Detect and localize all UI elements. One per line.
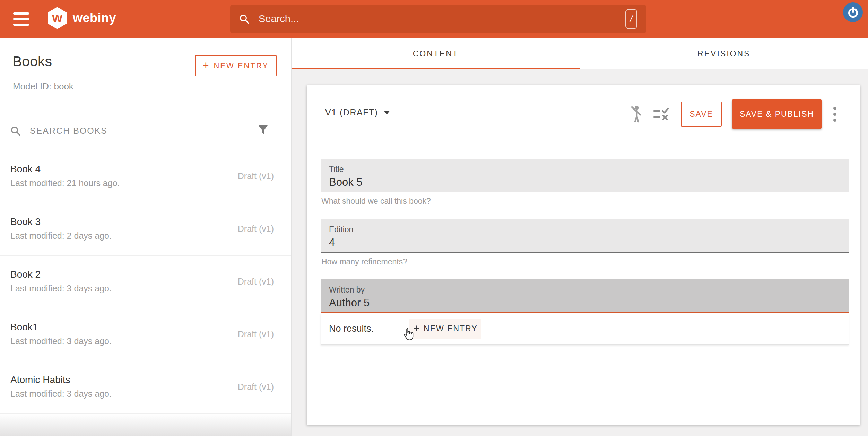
editor-tabbar: CONTENT REVISIONS bbox=[292, 38, 868, 69]
entry-status-badge: Draft (v1) bbox=[238, 277, 274, 287]
entry-status-badge: Draft (v1) bbox=[238, 382, 274, 392]
more-options-button[interactable] bbox=[832, 105, 838, 123]
dropdown-new-entry-label: NEW ENTRY bbox=[424, 324, 478, 333]
entries-search-row bbox=[0, 112, 291, 150]
content-area: V1 (DRAFT) bbox=[292, 69, 868, 436]
checklist-icon bbox=[653, 107, 669, 121]
entry-editor-card: V1 (DRAFT) bbox=[307, 85, 860, 425]
list-item-book-2[interactable]: Book 2 Last modified: 3 days ago. Draft … bbox=[0, 256, 291, 308]
tab-revisions-label: REVISIONS bbox=[697, 49, 750, 59]
filter-icon bbox=[258, 125, 268, 136]
reference-dropdown-panel: No results. + NEW ENTRY bbox=[321, 313, 849, 345]
global-search-input[interactable] bbox=[259, 13, 625, 25]
model-id-label: Model ID: book bbox=[13, 81, 73, 92]
global-search-bar[interactable]: / bbox=[230, 5, 646, 33]
accessibility-icon bbox=[629, 105, 643, 123]
title-field-helper: What should we call this book? bbox=[321, 197, 431, 206]
list-item-atomic-habits[interactable]: Atomic Habits Last modified: 3 days ago.… bbox=[0, 361, 291, 414]
title-field-label: Title bbox=[329, 165, 344, 174]
entry-modified: Last modified: 3 days ago. bbox=[10, 284, 112, 294]
entry-title: Atomic Habits bbox=[10, 374, 70, 385]
plus-icon: + bbox=[413, 322, 419, 334]
title-field-input[interactable] bbox=[329, 176, 814, 189]
brand-name: webiny bbox=[73, 11, 116, 25]
list-item-book1[interactable]: Book1 Last modified: 3 days ago. Draft (… bbox=[0, 308, 291, 361]
keyboard-shortcut-badge: / bbox=[625, 9, 637, 29]
page-title: Books bbox=[12, 53, 52, 70]
editor-toolbar: V1 (DRAFT) bbox=[307, 85, 860, 143]
version-dropdown-label: V1 (DRAFT) bbox=[325, 107, 378, 117]
new-entry-button[interactable]: + NEW ENTRY bbox=[195, 55, 277, 76]
new-entry-button-label: NEW ENTRY bbox=[214, 61, 269, 70]
kebab-dot bbox=[833, 107, 836, 110]
webiny-logo-letter: W bbox=[52, 12, 63, 25]
user-avatar[interactable] bbox=[843, 2, 863, 22]
save-and-publish-button[interactable]: SAVE & PUBLISH bbox=[732, 99, 822, 129]
top-app-bar: W webiny / bbox=[0, 0, 868, 38]
power-icon bbox=[847, 6, 859, 19]
entries-sidebar: Books Model ID: book + NEW ENTRY Book 4 … bbox=[0, 38, 292, 436]
entry-title: Book 4 bbox=[10, 164, 41, 175]
entry-modified: Last modified: 3 days ago. bbox=[10, 336, 112, 346]
kebab-dot bbox=[833, 119, 836, 122]
entries-list: Book 4 Last modified: 21 hours ago. Draf… bbox=[0, 150, 291, 414]
entry-status-badge: Draft (v1) bbox=[238, 329, 274, 339]
written-by-field-input[interactable] bbox=[329, 297, 814, 309]
accessibility-button[interactable] bbox=[629, 105, 643, 123]
entry-status-badge: Draft (v1) bbox=[238, 171, 274, 181]
title-field[interactable]: Title bbox=[321, 159, 849, 192]
validation-checklist-button[interactable] bbox=[653, 107, 669, 121]
plus-icon: + bbox=[203, 59, 209, 71]
entry-status-badge: Draft (v1) bbox=[238, 224, 274, 234]
no-results-label: No results. bbox=[329, 323, 374, 334]
filter-button[interactable] bbox=[258, 125, 268, 137]
search-icon bbox=[239, 14, 250, 24]
written-by-field-label: Written by bbox=[329, 285, 365, 295]
toolbar-actions: SAVE SAVE & PUBLISH bbox=[629, 85, 838, 143]
list-item-book-3[interactable]: Book 3 Last modified: 2 days ago. Draft … bbox=[0, 203, 291, 256]
webiny-logo-hexagon-icon: W bbox=[47, 7, 67, 29]
kebab-dot bbox=[833, 113, 836, 116]
edition-field-helper: How many refinements? bbox=[321, 257, 407, 267]
tab-content-label: CONTENT bbox=[413, 49, 459, 59]
caret-down-icon bbox=[384, 111, 390, 114]
written-by-field[interactable]: Written by bbox=[321, 279, 849, 313]
edition-field[interactable]: Edition bbox=[321, 219, 849, 253]
edition-field-input[interactable] bbox=[329, 236, 814, 249]
tab-content[interactable]: CONTENT bbox=[292, 38, 580, 69]
sidebar-footer bbox=[0, 414, 291, 436]
entry-modified: Last modified: 21 hours ago. bbox=[10, 178, 120, 188]
dropdown-new-entry-button[interactable]: + NEW ENTRY bbox=[409, 319, 481, 339]
menu-icon[interactable] bbox=[13, 12, 29, 26]
save-button[interactable]: SAVE bbox=[681, 102, 722, 127]
entry-title: Book 3 bbox=[10, 216, 41, 227]
tab-revisions[interactable]: REVISIONS bbox=[580, 38, 868, 69]
entries-search-input[interactable] bbox=[30, 126, 258, 136]
active-tab-indicator bbox=[292, 68, 580, 69]
entry-modified: Last modified: 2 days ago. bbox=[10, 231, 112, 241]
entry-modified: Last modified: 3 days ago. bbox=[10, 389, 112, 399]
list-item-book-4[interactable]: Book 4 Last modified: 21 hours ago. Draf… bbox=[0, 150, 291, 203]
entry-title: Book1 bbox=[10, 322, 38, 333]
version-dropdown[interactable]: V1 (DRAFT) bbox=[325, 107, 390, 117]
edition-field-label: Edition bbox=[329, 225, 353, 234]
entry-title: Book 2 bbox=[10, 269, 41, 280]
webiny-logo[interactable]: W webiny bbox=[47, 7, 116, 29]
search-icon bbox=[10, 126, 21, 136]
